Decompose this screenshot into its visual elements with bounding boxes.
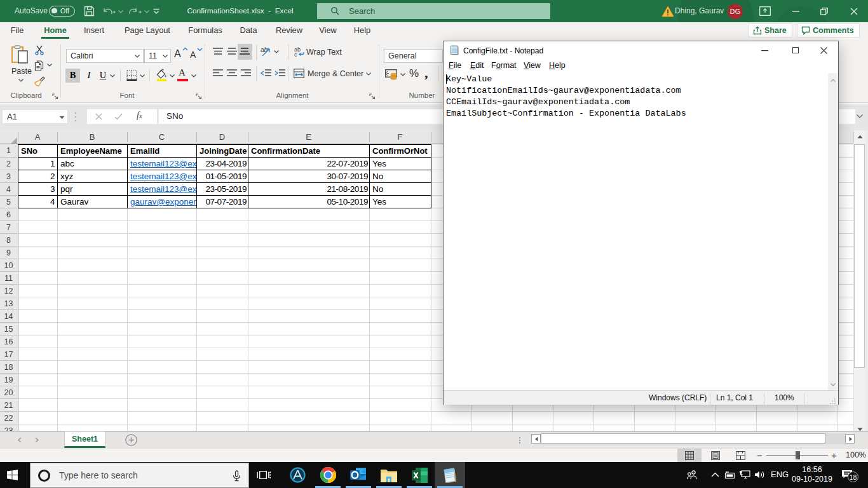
svg-text:ab: ab: [261, 46, 268, 53]
svg-text:c: c: [294, 51, 297, 57]
